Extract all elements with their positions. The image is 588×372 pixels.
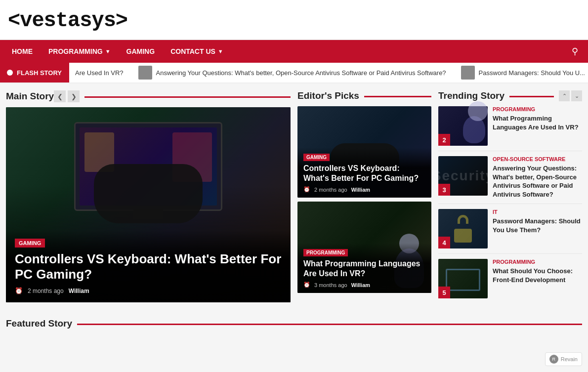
hero-category-badge: GAMING	[15, 239, 45, 248]
trending-info-3: IT Password Managers: Should You Use The…	[493, 209, 582, 248]
search-button[interactable]: ⚲	[566, 46, 584, 57]
trending-info-2: OPEN-SOURCE SOFTWARE Answering Your Ques…	[493, 156, 582, 199]
ep-meta-1: ⏰ 2 months ago William	[303, 186, 425, 193]
trending-item-3[interactable]: 4 IT Password Managers: Should You Use T…	[438, 209, 582, 254]
trending-thumb-wrap-3: 4	[438, 209, 488, 248]
lock-shackle	[458, 215, 468, 224]
flash-label: FLASH STORY	[0, 63, 69, 83]
lock-deco	[454, 215, 472, 243]
content-area: Main Story ❮ ❯ GAMING Controllers VS Key…	[0, 83, 588, 313]
flash-dot-icon	[7, 70, 13, 76]
main-story-section: Main Story ❮ ❯ GAMING Controllers VS Key…	[6, 90, 297, 308]
flash-thumb	[461, 66, 475, 80]
trending-thumb-wrap-1: 2	[438, 106, 488, 146]
featured-story-section: Featured Story	[0, 313, 588, 329]
monitor-deco	[446, 269, 480, 291]
gamepad-decoration	[94, 164, 203, 223]
trending-thumb-wrap-4: 5	[438, 259, 488, 298]
ep-category-2: PROGRAMMING	[303, 249, 348, 256]
trending-title: Trending Story	[438, 90, 504, 101]
trending-article-title-2: Answering Your Questions: What's better,…	[493, 164, 582, 199]
flash-thumb	[138, 66, 152, 80]
flash-item-1[interactable]: Are Used In VR?	[75, 69, 124, 77]
hero-author: William	[69, 288, 89, 294]
flash-ticker: Are Used In VR? Answering Your Questions…	[69, 66, 588, 80]
trending-header: Trending Story ⌃ ⌄	[438, 90, 582, 101]
chevron-down-icon: ▼	[105, 48, 111, 54]
ep-overlay-2: PROGRAMMING What Programming Languages A…	[297, 243, 431, 293]
ep-time-2: 3 months ago	[314, 282, 347, 288]
ep-author-1: William	[351, 187, 370, 193]
hero-meta: ⏰ 2 months ago William	[15, 287, 282, 294]
vr-deco	[463, 116, 485, 143]
featured-story-header: Featured Story	[6, 318, 582, 329]
trending-info-4: PROGRAMMING What Should You Choose: Fron…	[493, 259, 582, 298]
trending-category-4: PROGRAMMING	[493, 259, 582, 265]
ep-title-1: Controllers VS Keyboard: What's Better F…	[303, 164, 425, 183]
trending-item-1[interactable]: 2 PROGRAMMING What Programming Languages…	[438, 106, 582, 151]
editors-pick-card-1[interactable]: GAMING Controllers VS Keyboard: What's B…	[297, 106, 431, 198]
clock-icon: ⏰	[303, 186, 310, 193]
editors-picks-section: Editor's Picks GAMING Controllers VS Key…	[297, 90, 438, 308]
trending-article-title-1: What Programming Languages Are Used In V…	[493, 114, 582, 131]
trending-article-title-3: Password Managers: Should You Use Them?	[493, 217, 582, 234]
nav-programming[interactable]: PROGRAMMING ▼	[41, 40, 119, 63]
hero-title: Controllers VS Keyboard: What's Better F…	[15, 251, 282, 282]
trending-item-4[interactable]: 5 PROGRAMMING What Should You Choose: Fr…	[438, 259, 582, 303]
nav-contact[interactable]: CONTACT US ▼	[163, 40, 231, 63]
main-story-header: Main Story ❮ ❯	[6, 90, 291, 102]
trending-category-3: IT	[493, 209, 582, 215]
chevron-down-icon: ▼	[218, 48, 223, 54]
clock-icon: ⏰	[303, 282, 310, 288]
trending-num-2: 3	[438, 184, 450, 196]
trending-down-button[interactable]: ⌄	[571, 90, 582, 101]
trending-article-title-4: What Should You Choose: Front-End Develo…	[493, 267, 582, 284]
hero-card[interactable]: GAMING Controllers VS Keyboard: What's B…	[6, 107, 291, 302]
editors-picks-title: Editor's Picks	[297, 90, 359, 101]
trending-category-1: PROGRAMMING	[493, 106, 582, 112]
main-nav: Home PROGRAMMING ▼ GAMING CONTACT US ▼ ⚲	[0, 40, 588, 63]
ep-author-2: William	[351, 282, 370, 288]
editors-picks-header: Editor's Picks	[297, 90, 431, 101]
hero-time: 2 months ago	[28, 288, 64, 294]
trending-section: Trending Story ⌃ ⌄ 2 PROGRAMMING What Pr…	[438, 90, 582, 308]
ep-category-1: GAMING	[303, 154, 330, 161]
carousel-controls: ❮ ❯	[54, 90, 80, 102]
main-story-title: Main Story	[6, 91, 54, 102]
trending-controls: ⌃ ⌄	[559, 90, 582, 101]
trending-info-1: PROGRAMMING What Programming Languages A…	[493, 106, 582, 146]
flash-item-2[interactable]: Answering Your Questions: What's better,…	[138, 66, 446, 80]
ep-time-1: 2 months ago	[314, 187, 347, 193]
trending-up-button[interactable]: ⌃	[559, 90, 570, 101]
ep-title-2: What Programming Languages Are Used In V…	[303, 259, 425, 279]
ep-meta-2: ⏰ 3 months ago William	[303, 282, 425, 288]
lock-body	[454, 229, 472, 243]
editors-pick-card-2[interactable]: PROGRAMMING What Programming Languages A…	[297, 202, 431, 293]
trending-category-2: OPEN-SOURCE SOFTWARE	[493, 156, 582, 162]
trending-thumb-wrap-2: Security 3	[438, 156, 488, 196]
carousel-prev-button[interactable]: ❮	[54, 90, 66, 102]
trending-num-1: 2	[438, 134, 450, 146]
flash-story-bar: FLASH STORY Are Used In VR? Answering Yo…	[0, 63, 588, 83]
nav-home[interactable]: Home	[4, 40, 41, 63]
trending-item-2[interactable]: Security 3 OPEN-SOURCE SOFTWARE Answerin…	[438, 156, 582, 204]
nav-gaming[interactable]: GAMING	[119, 40, 163, 63]
carousel-next-button[interactable]: ❯	[68, 90, 80, 102]
flash-item-3[interactable]: Password Managers: Should You U...	[461, 66, 585, 80]
hero-overlay: GAMING Controllers VS Keyboard: What's B…	[6, 231, 291, 302]
site-header: <vestasys>	[0, 0, 588, 40]
trending-num-3: 4	[438, 237, 450, 248]
ep-overlay-1: GAMING Controllers VS Keyboard: What's B…	[297, 148, 431, 198]
trending-num-4: 5	[438, 287, 450, 298]
clock-icon: ⏰	[15, 287, 23, 294]
featured-story-title: Featured Story	[6, 318, 72, 329]
trending-divider	[509, 96, 554, 97]
site-logo[interactable]: <vestasys>	[8, 9, 580, 33]
security-text-deco: Security	[438, 168, 488, 184]
